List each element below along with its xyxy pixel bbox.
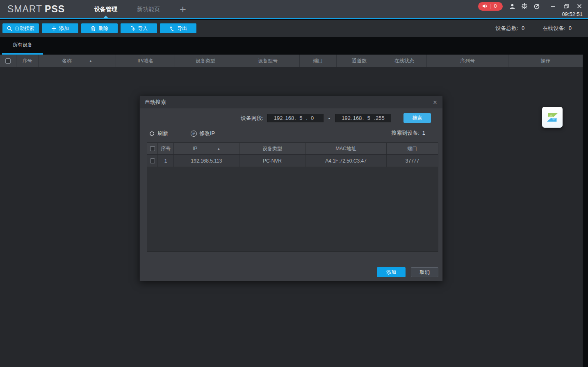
- active-tab-pointer: [103, 16, 108, 18]
- app-header: SMARTPSS 设备管理 新功能页 + 0: [0, 0, 588, 19]
- select-all-cell[interactable]: [0, 55, 16, 67]
- import-icon: [130, 26, 135, 31]
- device-stats: 设备总数:0 在线设备:0: [495, 20, 572, 37]
- total-devices-stat: 设备总数:0: [495, 25, 524, 32]
- range-separator: -: [328, 115, 330, 121]
- export-icon: [169, 26, 175, 31]
- dialog-cancel-button[interactable]: 取消: [411, 267, 438, 277]
- badge-divider: [490, 4, 490, 9]
- gear-icon[interactable]: [521, 2, 528, 10]
- refresh-button[interactable]: 刷新: [149, 130, 168, 137]
- online-devices-stat: 在线设备:0: [542, 25, 572, 32]
- row-checkbox[interactable]: [150, 158, 155, 163]
- tab-all-devices[interactable]: 所有设备: [2, 37, 43, 55]
- user-icon[interactable]: [508, 2, 516, 10]
- row-type: PC-NVR: [239, 155, 305, 167]
- add-device-button[interactable]: 添加: [42, 23, 78, 33]
- export-device-button[interactable]: 导出: [160, 23, 196, 33]
- col-device-model[interactable]: 设备型号: [236, 55, 300, 67]
- refresh-icon: [149, 131, 155, 137]
- logo-pss: PSS: [45, 4, 65, 14]
- results-header: 序号 IP▲ 设备类型 MAC地址 端口: [147, 143, 438, 155]
- col-name[interactable]: 名称▲: [39, 55, 116, 67]
- results-select-all-cell[interactable]: [147, 143, 158, 154]
- device-tabbar: 所有设备: [0, 37, 588, 55]
- col-device-type[interactable]: 设备类型: [175, 55, 236, 67]
- results-col-index[interactable]: 序号: [158, 143, 174, 154]
- logo-smart: SMART: [7, 4, 42, 14]
- col-port[interactable]: 端口: [300, 55, 337, 67]
- modify-ip-icon: IP: [191, 131, 197, 137]
- row-port: 37777: [387, 155, 438, 167]
- network-segment-row: 设备网段: 192.168.5.0 - 192.168.5.255 搜索: [241, 113, 431, 123]
- results-select-all-checkbox[interactable]: [150, 146, 155, 151]
- alarm-badge[interactable]: 0: [478, 2, 503, 11]
- result-row[interactable]: 1 192.168.5.113 PC-NVR A4:1F:72:50:C3:47…: [147, 155, 438, 167]
- search-results-table: 序号 IP▲ 设备类型 MAC地址 端口 1 192.168.5.113 PC-…: [147, 142, 438, 252]
- select-all-checkbox[interactable]: [5, 58, 11, 64]
- col-operation[interactable]: 操作: [508, 55, 583, 67]
- ip-range-end-input[interactable]: 192.168.5.255: [335, 114, 391, 122]
- alarm-count: 0: [493, 3, 498, 9]
- toolbar-buttons: 自动搜索 添加 删除 导入: [2, 23, 196, 33]
- dialog-title: 自动搜索: [145, 99, 166, 106]
- trash-icon: [91, 26, 96, 31]
- smartpss-s-icon: [545, 110, 560, 125]
- col-channels[interactable]: 通道数: [337, 55, 382, 67]
- plus-icon: [51, 26, 57, 31]
- clock: 09:52:51: [562, 11, 583, 17]
- col-serial[interactable]: 序列号: [427, 55, 508, 67]
- add-tab-button[interactable]: +: [180, 4, 186, 15]
- auto-search-button[interactable]: 自动搜索: [2, 23, 39, 33]
- minimize-button[interactable]: [549, 2, 557, 10]
- segment-label: 设备网段:: [241, 115, 264, 122]
- row-mac: A4:1F:72:50:C3:47: [305, 155, 387, 167]
- sort-asc-icon[interactable]: ▲: [89, 59, 92, 63]
- sort-asc-icon[interactable]: ▲: [217, 147, 220, 151]
- dialog-add-button[interactable]: 添加: [377, 267, 406, 277]
- dialog-titlebar: 自动搜索 ✕: [140, 96, 442, 108]
- close-button[interactable]: [576, 2, 583, 10]
- search-button[interactable]: 搜索: [403, 113, 431, 123]
- restore-button[interactable]: [563, 2, 570, 10]
- search-icon: [7, 26, 12, 31]
- header-icons: 0: [478, 2, 583, 11]
- delete-device-button[interactable]: 删除: [81, 23, 118, 33]
- ip-range-start-input[interactable]: 192.168.5.0: [267, 114, 324, 122]
- results-col-mac[interactable]: MAC地址: [305, 143, 387, 154]
- results-col-port[interactable]: 端口: [387, 143, 438, 154]
- col-index[interactable]: 序号: [16, 55, 39, 67]
- row-index: 1: [158, 155, 174, 167]
- import-device-button[interactable]: 导入: [121, 23, 157, 33]
- speaker-icon: [482, 2, 488, 10]
- found-devices: 搜索到设备:1: [391, 129, 425, 137]
- device-toolbar: 自动搜索 添加 删除 导入: [0, 20, 588, 37]
- modify-ip-button[interactable]: IP 修改IP: [191, 130, 215, 137]
- row-checkbox-cell[interactable]: [147, 155, 158, 167]
- device-table-header: 序号 名称▲ IP/域名 设备类型 设备型号 端口 通道数 在线状态 序列号 操…: [0, 55, 583, 67]
- smartpss-float-widget[interactable]: [542, 107, 563, 128]
- tab-new-page[interactable]: 新功能页: [137, 6, 160, 13]
- row-ip: 192.168.5.113: [174, 155, 239, 167]
- app-logo: SMARTPSS: [7, 4, 65, 15]
- dialog-close-icon[interactable]: ✕: [432, 99, 438, 106]
- found-count: 1: [422, 130, 425, 136]
- tab-device-manager[interactable]: 设备管理: [94, 6, 117, 13]
- results-col-type[interactable]: 设备类型: [239, 143, 305, 154]
- col-online-status[interactable]: 在线状态: [382, 55, 427, 67]
- auto-search-dialog: 自动搜索 ✕ 设备网段: 192.168.5.0 - 192.168.5.255…: [139, 96, 443, 281]
- performance-gauge-icon[interactable]: [533, 2, 540, 10]
- dialog-tools-row: 刷新 IP 修改IP 搜索到设备:1: [149, 129, 425, 138]
- smartpss-window: SMARTPSS 设备管理 新功能页 + 0: [0, 0, 588, 367]
- col-ip-domain[interactable]: IP/域名: [116, 55, 175, 67]
- results-col-ip[interactable]: IP▲: [174, 143, 239, 154]
